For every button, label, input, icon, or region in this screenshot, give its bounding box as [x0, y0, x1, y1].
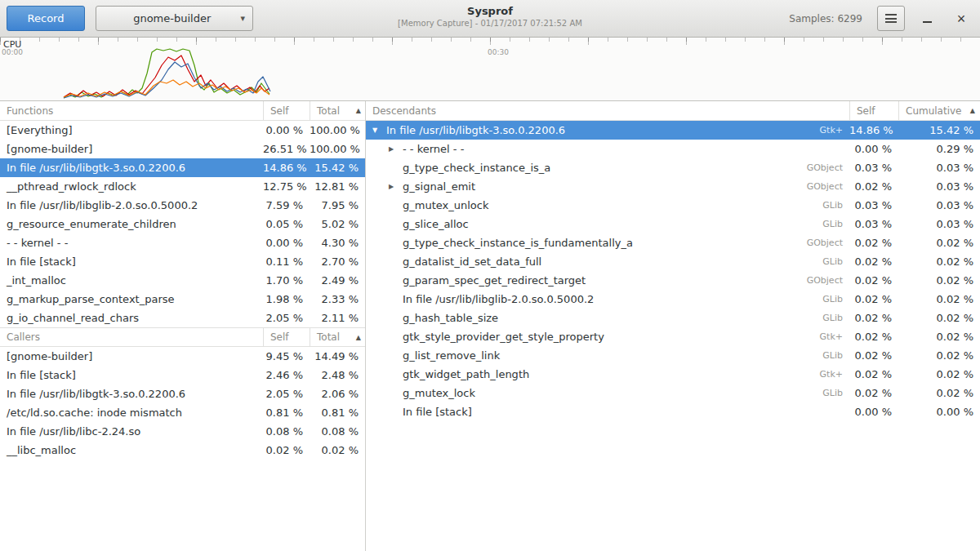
table-row[interactable]: g_resource_enumerate_children0.05 %5.02 …: [0, 215, 365, 233]
tree-row[interactable]: g_slice_allocGLib0.03 %0.03 %: [366, 215, 980, 233]
library-badge: GLib: [814, 200, 843, 211]
sysprof-window: Record gnome-builder ▾ Sysprof [Memory C…: [0, 0, 980, 551]
self-value: 0.03 %: [849, 162, 898, 174]
descendants-self-column-header[interactable]: Self: [849, 101, 898, 120]
table-row[interactable]: g_io_channel_read_chars2.05 %2.11 %: [0, 309, 365, 327]
tree-row[interactable]: g_mutex_lockGLib0.02 %0.02 %: [366, 384, 980, 402]
tree-row[interactable]: g_list_remove_linkGLib0.02 %0.02 %: [366, 346, 980, 365]
self-value: 26.51 %: [263, 143, 310, 155]
function-name: [gnome-builder]: [0, 140, 263, 158]
library-badge: GObject: [799, 238, 843, 248]
expander-closed-icon[interactable]: ▶: [389, 183, 403, 190]
function-name: g_io_channel_read_chars: [0, 309, 263, 327]
library-badge: Gtk+: [812, 369, 843, 380]
self-value: 2.05 %: [263, 312, 310, 324]
descendant-name: - - kernel - -: [403, 143, 464, 155]
cumulative-value: 0.03 %: [898, 199, 980, 211]
descendants-column-header[interactable]: Descendants: [366, 101, 849, 120]
callers-total-column-header[interactable]: Total ▲: [310, 328, 365, 346]
descendants-tree: ▼In file /usr/lib/libgtk-3.so.0.2200.6Gt…: [366, 121, 980, 421]
descendant-name-cell: g_type_check_instance_is_fundamentally_a…: [366, 233, 849, 252]
record-button[interactable]: Record: [7, 6, 85, 31]
functions-self-column-header[interactable]: Self: [263, 101, 310, 120]
menu-button[interactable]: [877, 6, 905, 31]
library-badge: GObject: [799, 162, 843, 173]
functions-column-header[interactable]: Functions: [0, 101, 263, 120]
callers-panel: Callers Self Total ▲ [gnome-builder]9.45…: [0, 327, 365, 460]
close-icon: ×: [957, 11, 966, 26]
table-row[interactable]: g_markup_parse_context_parse1.98 %2.33 %: [0, 290, 365, 309]
self-value: 0.00 %: [263, 237, 310, 249]
descendant-name: g_list_remove_link: [403, 349, 500, 362]
function-name: In file [stack]: [0, 366, 263, 384]
tree-row[interactable]: In file /usr/lib/libglib-2.0.so.0.5000.2…: [366, 290, 980, 309]
functions-total-column-header[interactable]: Total ▲: [310, 101, 365, 120]
table-row[interactable]: __libc_malloc0.02 %0.02 %: [0, 441, 365, 460]
tree-row[interactable]: ▼In file /usr/lib/libgtk-3.so.0.2200.6Gt…: [366, 121, 980, 140]
table-row[interactable]: [gnome-builder]26.51 %100.00 %: [0, 140, 365, 158]
main-content: Functions Self Total ▲ [Everything]0.00 …: [0, 101, 980, 551]
cumulative-value: 0.03 %: [898, 218, 980, 230]
descendant-name-cell: g_hash_table_sizeGLib: [366, 309, 849, 327]
tree-row[interactable]: g_hash_table_sizeGLib0.02 %0.02 %: [366, 309, 980, 327]
descendant-name-cell: g_list_remove_linkGLib: [366, 346, 849, 365]
tree-row[interactable]: ▶- - kernel - -0.00 %0.29 %: [366, 140, 980, 158]
table-row[interactable]: In file /usr/lib/libc-2.24.so0.08 %0.08 …: [0, 422, 365, 441]
self-value: 1.70 %: [263, 274, 310, 287]
tree-row[interactable]: ▶g_signal_emitGObject0.02 %0.03 %: [366, 177, 980, 196]
descendants-header-row: Descendants Self Cumulative ▲: [366, 101, 980, 121]
table-row[interactable]: In file /usr/lib/libglib-2.0.so.0.5000.2…: [0, 196, 365, 215]
descendant-name: In file /usr/lib/libgtk-3.so.0.2200.6: [386, 124, 565, 136]
table-row[interactable]: In file [stack]0.11 %2.70 %: [0, 252, 365, 271]
function-name: g_resource_enumerate_children: [0, 215, 263, 233]
table-row[interactable]: __pthread_rwlock_rdlock12.75 %12.81 %: [0, 177, 365, 196]
table-row[interactable]: In file [stack]2.46 %2.48 %: [0, 366, 365, 384]
header-right: Samples: 6299 ×: [789, 6, 973, 31]
tree-row[interactable]: g_mutex_unlockGLib0.03 %0.03 %: [366, 196, 980, 215]
cpu-graph-area[interactable]: CPU 00:00 00:30: [0, 38, 980, 101]
total-value: 2.06 %: [310, 388, 365, 400]
table-row[interactable]: In file /usr/lib/libgtk-3.so.0.2200.62.0…: [0, 384, 365, 403]
descendant-name: gtk_widget_path_length: [403, 368, 529, 380]
cumulative-value: 0.02 %: [898, 274, 980, 287]
tree-row[interactable]: g_param_spec_get_redirect_targetGObject0…: [366, 271, 980, 290]
total-value: 0.81 %: [310, 407, 365, 419]
tree-row[interactable]: g_type_check_instance_is_aGObject0.03 %0…: [366, 158, 980, 177]
table-row[interactable]: /etc/ld.so.cache: inode mismatch0.81 %0.…: [0, 403, 365, 422]
table-row[interactable]: [gnome-builder]9.45 %14.49 %: [0, 347, 365, 366]
tree-row[interactable]: In file [stack]0.00 %0.00 %: [366, 402, 980, 421]
self-value: 0.02 %: [849, 349, 898, 362]
total-value: 2.33 %: [310, 293, 365, 305]
table-row[interactable]: - - kernel - -0.00 %4.30 %: [0, 233, 365, 252]
function-name: - - kernel - -: [0, 233, 263, 252]
tree-row[interactable]: gtk_widget_path_lengthGtk+0.02 %0.02 %: [366, 365, 980, 384]
library-badge: GLib: [814, 350, 843, 361]
target-selector[interactable]: gnome-builder ▾: [96, 6, 253, 31]
sort-indicator-icon: ▲: [356, 107, 361, 114]
descendant-name: g_signal_emit: [403, 180, 475, 193]
table-row[interactable]: _int_malloc1.70 %2.49 %: [0, 271, 365, 290]
tree-row[interactable]: g_datalist_id_set_data_fullGLib0.02 %0.0…: [366, 252, 980, 271]
descendant-name: In file /usr/lib/libglib-2.0.so.0.5000.2: [403, 293, 594, 305]
table-row[interactable]: In file /usr/lib/libgtk-3.so.0.2200.614.…: [0, 158, 365, 177]
minimize-button[interactable]: [915, 7, 939, 31]
tree-row[interactable]: gtk_style_provider_get_style_propertyGtk…: [366, 327, 980, 346]
self-value: 1.98 %: [263, 293, 310, 305]
expander-open-icon[interactable]: ▼: [372, 127, 386, 134]
self-value: 2.05 %: [263, 388, 310, 400]
cumulative-value: 0.00 %: [898, 406, 980, 418]
self-value: 14.86 %: [263, 162, 310, 174]
expander-closed-icon[interactable]: ▶: [389, 145, 403, 153]
cumulative-value: 0.03 %: [898, 180, 980, 193]
callers-column-header[interactable]: Callers: [0, 328, 263, 346]
close-button[interactable]: ×: [949, 7, 973, 31]
total-value: 2.49 %: [310, 274, 365, 287]
callers-self-column-header[interactable]: Self: [263, 328, 310, 346]
tree-row[interactable]: g_type_check_instance_is_fundamentally_a…: [366, 233, 980, 252]
descendants-cumulative-column-label: Cumulative: [906, 105, 962, 117]
function-name: __pthread_rwlock_rdlock: [0, 177, 263, 196]
descendants-cumulative-column-header[interactable]: Cumulative ▲: [898, 101, 980, 120]
library-badge: Gtk+: [812, 331, 843, 342]
table-row[interactable]: [Everything]0.00 %100.00 %: [0, 121, 365, 140]
library-badge: GLib: [814, 294, 843, 304]
